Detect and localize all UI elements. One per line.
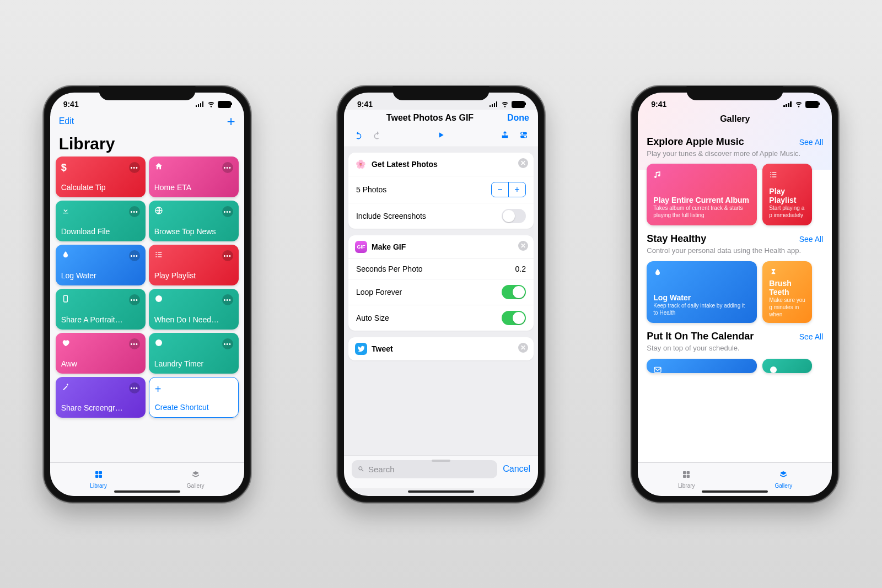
loop-forever-label: Loop Forever (356, 288, 402, 296)
share-button[interactable] (501, 131, 509, 142)
done-button[interactable]: Done (507, 113, 529, 123)
grid-icon (682, 470, 691, 482)
include-screenshots-switch[interactable] (502, 209, 526, 223)
see-all-button[interactable]: See All (799, 235, 824, 244)
settings-button[interactable] (519, 131, 528, 142)
tile-label: Log Water (61, 271, 140, 280)
tile-options-button[interactable]: ••• (129, 250, 140, 261)
photos-icon: 🌸 (355, 158, 367, 170)
svg-rect-7 (63, 295, 67, 302)
editor-title: Tweet Photos As GIF (353, 113, 507, 123)
svg-rect-29 (687, 474, 690, 477)
section-desc: Stay on top of your schedule. (647, 344, 823, 353)
svg-point-19 (771, 174, 772, 175)
remove-action-button[interactable]: ✕ (518, 158, 528, 168)
twitter-icon (355, 343, 367, 355)
drag-handle[interactable] (432, 460, 450, 462)
gallery-card-play-entire-album[interactable]: Play Entire Current AlbumTakes album of … (647, 164, 757, 225)
loop-forever-switch[interactable] (502, 285, 526, 299)
shortcut-tile-calculate-tip[interactable]: $•••Calculate Tip (56, 157, 146, 197)
stepper-minus[interactable]: − (492, 182, 509, 197)
wand-icon (61, 382, 70, 393)
svg-rect-4 (158, 252, 162, 252)
shortcut-grid: $•••Calculate Tip•••Home ETA•••Download … (50, 157, 244, 418)
$-icon: $ (61, 162, 67, 174)
tile-options-button[interactable]: ••• (129, 294, 140, 305)
tile-label: Download File (61, 227, 140, 236)
shortcut-tile-play-playlist[interactable]: •••Play Playlist (149, 245, 239, 285)
see-all-button[interactable]: See All (799, 332, 824, 341)
action-tweet[interactable]: Tweet ✕ (348, 337, 534, 360)
tile-options-button[interactable]: ••• (222, 338, 233, 349)
gallery-card-calendar-card-2[interactable] (762, 359, 812, 373)
gallery-card-play-playlist[interactable]: Play PlaylistStart playing a p immediate… (762, 164, 812, 225)
gallery-card-calendar-card-1[interactable] (647, 359, 757, 373)
clock-icon (154, 294, 163, 305)
tile-options-button[interactable]: ••• (129, 162, 140, 173)
seconds-label: Seconds Per Photo (356, 265, 423, 273)
tab-library-label: Library (90, 483, 107, 489)
section-stay-healthy: Stay HealthySee AllControl your personal… (638, 225, 832, 323)
remove-action-button[interactable]: ✕ (518, 343, 528, 353)
svg-point-2 (155, 254, 157, 255)
svg-rect-11 (99, 471, 101, 474)
photo-count-label: 5 Photos (356, 185, 386, 194)
svg-rect-23 (772, 177, 776, 177)
svg-rect-24 (654, 368, 661, 373)
cellular-icon (196, 101, 205, 107)
card-row[interactable]: Log WaterKeep track of daily intake by a… (647, 261, 823, 323)
svg-rect-26 (683, 471, 686, 474)
shortcut-tile-home-eta[interactable]: •••Home ETA (149, 157, 239, 197)
tile-options-button[interactable]: ••• (222, 250, 233, 261)
shortcut-tile-when-do-i-need[interactable]: •••When Do I Need… (149, 289, 239, 330)
redo-button[interactable] (373, 131, 381, 142)
card-title: Play Entire Current Album (653, 196, 750, 204)
add-button[interactable]: + (227, 113, 235, 130)
status-time: 9:41 (651, 100, 666, 109)
search-placeholder: Search (368, 465, 395, 474)
grid-icon (94, 470, 103, 482)
card-row[interactable] (647, 359, 823, 373)
list-icon (769, 170, 805, 181)
tile-options-button[interactable]: ••• (129, 338, 140, 349)
photo-count-stepper[interactable]: − + (491, 182, 526, 197)
svg-rect-28 (683, 474, 686, 477)
play-button[interactable] (437, 131, 445, 142)
shortcut-tile-share-portrait[interactable]: •••Share A Portrait… (56, 289, 146, 330)
seconds-value[interactable]: 0.2 (515, 265, 526, 273)
shortcut-tile-share-screengrab[interactable]: •••Share Screengr… (56, 377, 146, 418)
svg-rect-13 (99, 474, 101, 477)
shortcut-tile-log-water[interactable]: •••Log Water (56, 245, 146, 285)
tab-library-label: Library (678, 483, 695, 489)
edit-button[interactable]: Edit (59, 116, 74, 126)
gif-icon: GIF (355, 241, 367, 253)
shortcut-tile-laundry-timer[interactable]: •••Laundry Timer (149, 333, 239, 374)
drop-icon (61, 250, 70, 261)
section-desc: Play your tunes & discover more of Apple… (647, 149, 823, 159)
action-make-gif[interactable]: GIF Make GIF ✕ Seconds Per Photo 0.2 Loo… (348, 235, 534, 331)
stepper-plus[interactable]: + (509, 182, 525, 197)
search-input[interactable]: Search (352, 460, 497, 478)
tile-options-button[interactable]: ••• (129, 206, 140, 217)
tile-options-button[interactable]: ••• (222, 162, 233, 173)
tile-options-button[interactable]: ••• (129, 382, 140, 393)
shortcut-tile-download-file[interactable]: •••Download File (56, 201, 146, 241)
shortcut-tile-aww[interactable]: •••Aww (56, 333, 146, 374)
section-desc: Control your personal data using the Hea… (647, 246, 823, 256)
tile-options-button[interactable]: ••• (222, 294, 233, 305)
remove-action-button[interactable]: ✕ (518, 241, 528, 251)
cancel-button[interactable]: Cancel (503, 464, 530, 474)
see-all-button[interactable]: See All (799, 138, 824, 147)
gallery-card-brush-teeth[interactable]: Brush TeethMake sure you g minutes in wh… (762, 261, 812, 323)
undo-button[interactable] (354, 131, 363, 142)
home-icon (154, 162, 163, 173)
create-shortcut-button[interactable]: +Create Shortcut (149, 377, 239, 418)
card-row[interactable]: Play Entire Current AlbumTakes album of … (647, 164, 823, 225)
shortcut-tile-browse-top-news[interactable]: •••Browse Top News (149, 201, 239, 241)
auto-size-switch[interactable] (502, 311, 526, 325)
tile-options-button[interactable]: ••• (222, 206, 233, 217)
action-title: Tweet (372, 344, 393, 353)
library-screen: 9:41 Edit + Library $•••Calculate Tip•••… (50, 93, 244, 496)
action-get-latest-photos[interactable]: 🌸 Get Latest Photos ✕ 5 Photos − + Inclu… (348, 153, 534, 229)
gallery-card-log-water[interactable]: Log WaterKeep track of daily intake by a… (647, 261, 757, 323)
